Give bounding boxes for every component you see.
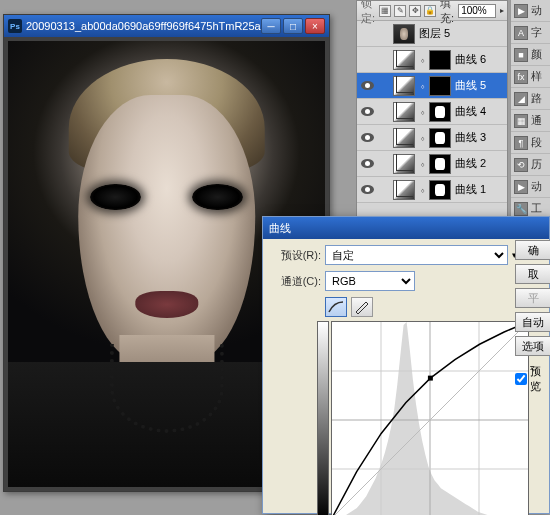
cancel-button[interactable]: 取 [515,264,550,284]
auto-button[interactable]: 自动 [515,312,550,332]
mask-thumbnail[interactable] [429,102,451,122]
visibility-toggle[interactable] [359,78,375,94]
eye-icon [361,185,374,194]
mask-link-icon[interactable]: ⬨ [417,133,427,143]
visibility-toggle[interactable] [359,52,375,68]
tab-label: 历 [531,157,542,172]
minimize-button[interactable]: ─ [261,18,281,34]
layer-label[interactable]: 曲线 4 [453,104,505,119]
mask-thumbnail[interactable] [429,180,451,200]
svg-line-6 [332,322,528,515]
lock-move-icon[interactable]: ✥ [409,5,421,17]
eye-icon [361,133,374,142]
panel-tab[interactable]: ⟲历 [511,154,550,176]
channel-label: 通道(C): [271,274,321,289]
curve-point-tool[interactable] [325,297,347,317]
tab-label: 字 [531,25,542,40]
adjustment-thumbnail[interactable] [393,50,415,70]
panel-tab[interactable]: ▶动 [511,0,550,22]
mask-link-icon[interactable]: ⬨ [417,159,427,169]
tab-label: 动 [531,179,542,194]
panel-tab[interactable]: ▦通 [511,110,550,132]
fill-dropdown-icon[interactable]: ▸ [500,6,504,15]
mask-thumbnail[interactable] [429,154,451,174]
layers-panel: 锁定: ▦ ✎ ✥ 🔒 填充: ▸ 图层 5⬨曲线 6⬨曲线 5⬨曲线 4⬨曲线… [356,0,508,232]
mask-thumbnail[interactable] [429,128,451,148]
layer-label[interactable]: 曲线 3 [453,130,505,145]
panel-tab[interactable]: ◢路 [511,88,550,110]
mask-link-icon[interactable]: ⬨ [417,107,427,117]
visibility-toggle[interactable] [359,104,375,120]
channel-select[interactable]: RGB [325,271,415,291]
tab-label: 工 [531,201,542,216]
curves-side-buttons: 确 取 平 自动 选项 预览 [515,240,550,394]
layer-thumbnail[interactable] [393,24,415,44]
layer-label[interactable]: 曲线 6 [453,52,505,67]
visibility-toggle[interactable] [359,182,375,198]
curve-graph[interactable] [331,321,529,515]
document-titlebar[interactable]: Ps 20090313_ab00da0690a69ff969f6475hTmR2… [4,15,329,37]
fill-label: 填充: [440,0,454,26]
adjustment-thumbnail[interactable] [393,102,415,122]
panel-tab[interactable]: fx样 [511,66,550,88]
visibility-toggle[interactable] [359,26,375,42]
fill-input[interactable] [458,4,496,18]
layer-label[interactable]: 图层 5 [417,26,505,41]
layer-row[interactable]: ⬨曲线 4 [357,99,507,125]
lock-paint-icon[interactable]: ✎ [394,5,406,17]
panel-tab[interactable]: ■颜 [511,44,550,66]
panel-tab[interactable]: ▶动 [511,176,550,198]
curves-titlebar[interactable]: 曲线 [263,217,549,239]
layer-row[interactable]: ⬨曲线 2 [357,151,507,177]
adjustment-thumbnail[interactable] [393,154,415,174]
lock-transparent-icon[interactable]: ▦ [379,5,391,17]
tab-icon: ◢ [514,92,528,106]
tab-label: 颜 [531,47,542,62]
tab-icon: ▦ [514,114,528,128]
layer-row[interactable]: ⬨曲线 1 [357,177,507,203]
layer-row[interactable]: ⬨曲线 3 [357,125,507,151]
mask-link-icon[interactable]: ⬨ [417,185,427,195]
preview-label: 预览 [530,364,550,394]
mask-link-icon[interactable]: ⬨ [417,55,427,65]
layer-label[interactable]: 曲线 5 [453,78,505,93]
panel-tab[interactable]: ¶段 [511,132,550,154]
mask-thumbnail[interactable] [429,50,451,70]
preview-checkbox[interactable]: 预览 [515,364,550,394]
mask-thumbnail[interactable] [429,76,451,96]
lock-all-icon[interactable]: 🔒 [424,5,436,17]
eye-icon [361,159,374,168]
visibility-toggle[interactable] [359,130,375,146]
eye-icon [361,107,374,116]
ok-button[interactable]: 确 [515,240,550,260]
mask-link-icon[interactable]: ⬨ [417,81,427,91]
image-content [135,291,198,318]
layer-label[interactable]: 曲线 2 [453,156,505,171]
layers-list[interactable]: 图层 5⬨曲线 6⬨曲线 5⬨曲线 4⬨曲线 3⬨曲线 2⬨曲线 1 [357,21,507,231]
adjustment-thumbnail[interactable] [393,180,415,200]
curve-pencil-tool[interactable] [351,297,373,317]
layer-row[interactable]: 图层 5 [357,21,507,47]
tab-icon: ⟲ [514,158,528,172]
close-button[interactable]: × [305,18,325,34]
visibility-toggle[interactable] [359,156,375,172]
preset-select[interactable]: 自定 [325,245,508,265]
layer-label[interactable]: 曲线 1 [453,182,505,197]
image-content [109,344,223,433]
tab-icon: ▶ [514,180,528,194]
image-content [192,184,243,211]
tab-label: 通 [531,113,542,128]
preview-input[interactable] [515,373,527,385]
layers-panel-header: 锁定: ▦ ✎ ✥ 🔒 填充: ▸ [357,1,507,21]
options-button[interactable]: 选项 [515,336,550,356]
layer-row[interactable]: ⬨曲线 5 [357,73,507,99]
curve-line[interactable] [332,322,528,515]
adjustment-thumbnail[interactable] [393,76,415,96]
svg-rect-8 [428,376,433,381]
smooth-button[interactable]: 平 [515,288,550,308]
layer-row[interactable]: ⬨曲线 6 [357,47,507,73]
tab-icon: 🔧 [514,202,528,216]
maximize-button[interactable]: □ [283,18,303,34]
adjustment-thumbnail[interactable] [393,128,415,148]
panel-tab[interactable]: A字 [511,22,550,44]
